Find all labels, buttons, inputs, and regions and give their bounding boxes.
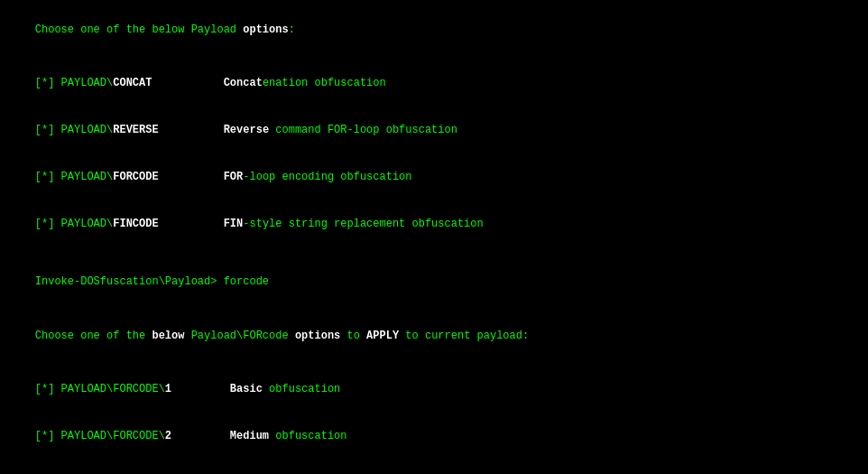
forcode-intro-text: Choose one of the	[35, 330, 152, 342]
fincode-prefix: [*] PAYLOAD\	[35, 218, 113, 230]
fincode-desc: FIN-style string replacement obfuscation	[159, 218, 484, 230]
reverse-desc: Reverse command FOR-loop obfuscation	[159, 124, 457, 136]
options-keyword: options	[243, 23, 288, 36]
forcode-intro-text3: to	[340, 330, 366, 342]
fincode-name: FINCODE	[113, 218, 158, 230]
forcode-opt2: [*] PAYLOAD\FORCODE\2 Medium obfuscation	[9, 413, 859, 460]
prompt1-line: Invoke-DOSfuscation\Payload> forcode	[9, 259, 859, 306]
forcode2-prefix: [*] PAYLOAD\FORCODE\	[35, 430, 165, 442]
forcode-opt3: [*] PAYLOAD\FORCODE\3 Intense obfuscatio…	[9, 460, 859, 474]
forcode1-prefix: [*] PAYLOAD\FORCODE\	[35, 383, 165, 395]
forcode1-num: 1	[165, 383, 171, 395]
reverse-name: REVERSE	[113, 124, 158, 136]
forcode-opt1: [*] PAYLOAD\FORCODE\1 Basic obfuscation	[9, 366, 859, 413]
forcode2-desc: Medium obfuscation	[171, 430, 346, 442]
terminal-output: Choose one of the below Payload options:…	[9, 7, 859, 474]
concat-prefix: [*] PAYLOAD\	[35, 77, 113, 89]
apply-keyword: APPLY	[366, 330, 399, 342]
options-keyword2: options	[295, 330, 340, 342]
forcode-intro-text2: Payload\FORcode	[184, 330, 294, 342]
concat-desc: Concatenation obfuscation	[152, 77, 385, 89]
forcode-desc: FOR-loop encoding obfuscation	[159, 171, 412, 183]
forcode-name: FORCODE	[113, 171, 158, 183]
intro-line: Choose one of the below Payload options:	[9, 7, 859, 54]
intro-text: Choose one of the below Payload	[35, 23, 243, 36]
prompt1-text: Invoke-DOSfuscation\Payload> forcode	[35, 275, 269, 288]
concat-name: CONCAT	[113, 77, 152, 89]
forcode1-desc: Basic obfuscation	[171, 383, 340, 395]
payload-fincode: [*] PAYLOAD\FINCODE FIN-style string rep…	[9, 201, 859, 248]
forcode-intro-line: Choose one of the below Payload\FORcode …	[9, 313, 859, 360]
payload-reverse: [*] PAYLOAD\REVERSE Reverse command FOR-…	[9, 107, 859, 153]
reverse-prefix: [*] PAYLOAD\	[35, 124, 113, 136]
below-keyword: below	[152, 330, 184, 342]
forcode-intro-text4: to current payload:	[399, 330, 529, 342]
payload-concat: [*] PAYLOAD\CONCAT Concatenation obfusca…	[9, 60, 859, 107]
forcode2-num: 2	[165, 430, 171, 442]
payload-forcode: [*] PAYLOAD\FORCODE FOR-loop encoding ob…	[9, 154, 859, 201]
intro-colon: :	[289, 23, 295, 36]
forcode-prefix: [*] PAYLOAD\	[35, 171, 113, 183]
